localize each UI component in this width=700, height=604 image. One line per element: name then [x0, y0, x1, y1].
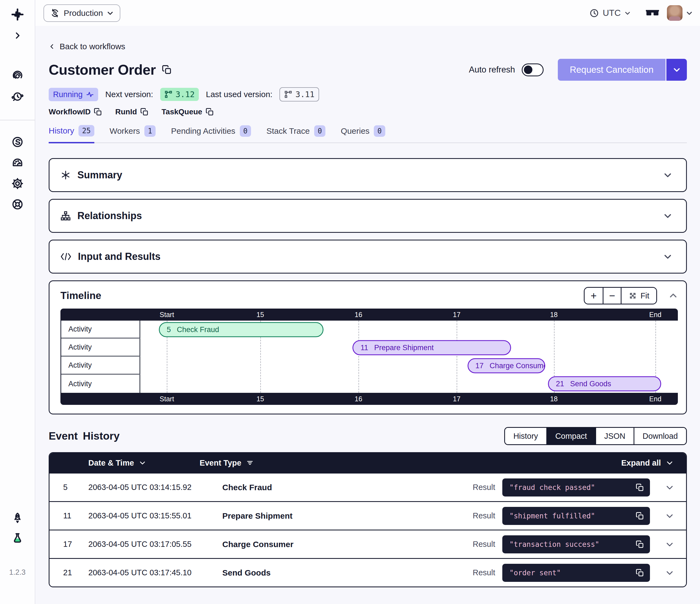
filter-icon	[246, 459, 253, 466]
chevron-down-icon	[107, 9, 114, 17]
timeline-lanes: 5 Check Fraud 11 Prepare Shipment	[141, 321, 678, 393]
chevron-down-icon[interactable]	[665, 569, 674, 577]
copy-icon	[636, 483, 644, 491]
zoom-out-button[interactable]: −	[603, 288, 621, 304]
tab-queries[interactable]: Queries 0	[341, 125, 385, 143]
copy-result-button[interactable]	[636, 569, 644, 577]
status-badge: Running	[49, 88, 98, 101]
summary-accordion-toggle[interactable]: Summary	[49, 159, 686, 191]
chevron-left-icon	[49, 43, 55, 50]
rail-item-usage[interactable]	[11, 156, 24, 169]
tab-count-badge: 0	[374, 125, 385, 137]
asterisk-icon	[60, 170, 71, 180]
auto-refresh-toggle[interactable]	[522, 64, 544, 76]
timeline-bar-check-fraud[interactable]: 5 Check Fraud	[159, 322, 324, 337]
last-used-version-badge: 3.11	[279, 87, 319, 101]
timeline-ruler-bottom: Start 15 16 17 18 End	[60, 393, 678, 405]
rail-item-labs[interactable]	[11, 532, 24, 545]
chevron-down-icon[interactable]	[665, 511, 674, 520]
chevron-down-icon[interactable]	[665, 540, 674, 549]
tab-count-badge: 0	[314, 125, 326, 137]
timeline-row-label: Activity	[61, 339, 140, 357]
workflow-id-copy[interactable]: WorkflowID	[49, 107, 102, 116]
request-cancelation-button[interactable]: Request Cancelation	[558, 59, 666, 81]
back-link[interactable]: Back to workflows	[49, 42, 125, 51]
chevron-down-icon	[666, 459, 673, 467]
bar-label: Charge Consumer	[490, 362, 546, 370]
rail-item-schedules[interactable]	[11, 90, 24, 103]
rail-item-settings[interactable]	[11, 177, 24, 190]
auto-refresh-label: Auto refresh	[469, 65, 515, 75]
copy-icon	[206, 108, 214, 116]
timeline-bar-charge-consumer[interactable]: 17 Charge Consumer	[468, 358, 546, 373]
zoom-in-button[interactable]: +	[584, 288, 603, 304]
cancelation-menu-button[interactable]	[666, 59, 687, 81]
timeline-bar-prepare-shipment[interactable]: 11 Prepare Shipment	[352, 340, 511, 355]
tab-workers[interactable]: Workers 1	[110, 125, 156, 143]
chevron-up-icon	[669, 291, 678, 300]
view-history-button[interactable]: History	[505, 428, 546, 444]
filter-event-type-button[interactable]: Event Type	[200, 458, 253, 467]
expand-rail-button[interactable]	[13, 31, 22, 40]
page-content: Back to workflows Customer Order Auto re…	[35, 26, 700, 604]
tab-count-badge: 25	[78, 125, 94, 137]
chevron-down-icon[interactable]	[665, 483, 674, 492]
input-results-accordion-toggle[interactable]: Input and Results	[49, 240, 686, 273]
avatar[interactable]	[667, 5, 682, 21]
download-button[interactable]: Download	[633, 428, 686, 444]
rail-item-support[interactable]	[11, 198, 24, 211]
run-id-copy[interactable]: RunId	[115, 107, 148, 116]
section-title: Input and Results	[78, 251, 160, 262]
event-type: Check Fraud	[222, 483, 272, 492]
tab-history[interactable]: History 25	[49, 125, 94, 143]
copy-icon	[94, 108, 102, 116]
sort-by-date-button[interactable]: Date & Time	[88, 458, 146, 467]
labs-mode-toggle[interactable]	[646, 9, 659, 17]
clock-history-icon	[11, 90, 24, 103]
copy-result-button[interactable]	[636, 483, 644, 491]
zoom-fit-button[interactable]: Fit	[621, 288, 656, 304]
account-menu-button[interactable]	[686, 9, 693, 17]
tab-pending-activities[interactable]: Pending Activities 0	[171, 125, 251, 143]
relationships-accordion-toggle[interactable]: Relationships	[49, 200, 686, 232]
rail-divider	[0, 120, 35, 120]
rail-item-nexus[interactable]	[11, 136, 24, 148]
tick-label: 16	[355, 311, 362, 319]
timeline-collapse-button[interactable]	[669, 291, 678, 300]
event-id: 11	[63, 511, 88, 520]
chevron-right-icon	[13, 31, 22, 40]
event-row-prepare-shipment[interactable]: 11 2063-04-05 UTC 03:15:55.01 Prepare Sh…	[49, 501, 686, 530]
timezone-selector[interactable]: UTC	[589, 8, 631, 18]
event-type-column-label: Event Type	[200, 458, 242, 467]
summary-section: Summary	[49, 158, 687, 192]
topbar: Production UTC	[35, 0, 700, 26]
tick-label: 17	[453, 395, 460, 403]
last-used-version-label: Last used version:	[206, 90, 272, 99]
copy-result-button[interactable]	[636, 540, 644, 549]
tab-stack-trace[interactable]: Stack Trace 0	[266, 125, 325, 143]
result-value-pill: "transaction success"	[502, 535, 650, 553]
event-row-send-goods[interactable]: 21 2063-04-05 UTC 03:17:45.10 Send Goods…	[49, 558, 686, 586]
view-compact-button[interactable]: Compact	[546, 428, 595, 444]
timeline-panel: Timeline + − Fit	[49, 281, 687, 414]
task-queue-copy[interactable]: TaskQueue	[161, 107, 214, 116]
run-id-label: RunId	[115, 107, 137, 116]
copy-title-button[interactable]	[162, 65, 172, 75]
event-row-charge-consumer[interactable]: 17 2063-04-05 UTC 03:17:05.55 Charge Con…	[49, 530, 686, 558]
event-id: 17	[63, 540, 88, 549]
environment-selector[interactable]: Production	[44, 4, 120, 22]
copy-icon	[162, 65, 172, 75]
expand-all-button[interactable]: Expand all	[621, 458, 673, 467]
event-row-check-fraud[interactable]: 5 2063-04-05 UTC 03:14:15.92 Check Fraud…	[49, 473, 686, 501]
rail-item-getting-started[interactable]	[11, 512, 24, 524]
environment-cycle-icon	[50, 8, 60, 18]
rail-item-workflows[interactable]	[11, 70, 24, 82]
timeline-title: Timeline	[60, 290, 101, 301]
timeline-bar-send-goods[interactable]: 21 Send Goods	[548, 377, 661, 391]
view-json-button[interactable]: JSON	[595, 428, 633, 444]
environment-label: Production	[64, 8, 103, 18]
result-value-pill: "order sent"	[502, 564, 650, 582]
copy-result-button[interactable]	[636, 512, 644, 520]
chevron-down-icon	[624, 10, 631, 17]
tab-count-badge: 0	[240, 125, 251, 137]
